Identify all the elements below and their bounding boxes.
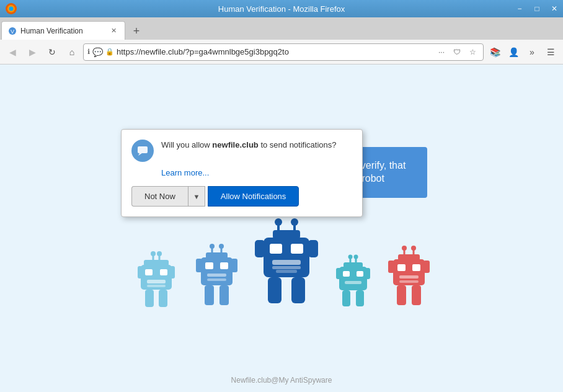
svg-rect-67 [399, 275, 419, 278]
library-icon: 📚 [490, 47, 500, 57]
robot-1 [131, 241, 181, 310]
svg-point-32 [210, 244, 215, 249]
page-content: Will you allow newfile.club to send noti… [0, 65, 563, 392]
firefox-icon [5, 2, 17, 15]
info-icon: ℹ [87, 48, 90, 56]
reload-icon: ↻ [48, 47, 56, 57]
svg-rect-22 [201, 257, 233, 285]
not-now-group: Not Now ▼ [131, 186, 205, 207]
svg-rect-10 [160, 269, 167, 275]
svg-rect-27 [196, 259, 202, 272]
more-options-button[interactable]: ··· [435, 45, 448, 59]
library-button[interactable]: 📚 [486, 43, 503, 61]
svg-rect-29 [205, 285, 214, 305]
back-icon: ◀ [9, 47, 16, 57]
extensions-button[interactable]: » [523, 43, 541, 61]
popup-site-name: newfile.club [212, 140, 258, 149]
notification-icon [131, 140, 154, 162]
svg-rect-23 [205, 262, 213, 269]
permissions-icon: 💬 [92, 47, 103, 57]
sync-button[interactable]: 👤 [505, 43, 522, 61]
menu-icon: ☰ [547, 47, 555, 57]
footer-text: Newfile.club@My AntiSpyware [231, 376, 332, 385]
maximize-button[interactable]: □ [528, 0, 546, 17]
svg-point-76 [411, 246, 416, 251]
popup-message-before: Will you allow [161, 140, 212, 149]
svg-rect-41 [276, 270, 297, 273]
svg-rect-9 [145, 269, 153, 275]
shield-button[interactable]: 🛡 [450, 45, 464, 59]
svg-rect-39 [272, 260, 301, 265]
new-tab-button[interactable]: + [128, 22, 145, 40]
tab-favicon-icon: V [8, 27, 17, 35]
title-bar: Human Verification - Mozilla Firefox − □… [0, 0, 563, 17]
nav-bar: ◀ ▶ ↻ ⌂ ℹ 💬 🔒 ··· 🛡 ☆ 📚 👤 » ☰ [0, 40, 563, 65]
svg-point-34 [219, 244, 224, 249]
robots-row [131, 216, 432, 310]
svg-point-49 [291, 218, 298, 226]
svg-point-47 [275, 218, 282, 226]
svg-marker-6 [138, 153, 142, 156]
forward-button[interactable]: ▶ [24, 43, 41, 61]
svg-rect-42 [255, 240, 265, 257]
svg-rect-52 [343, 271, 350, 277]
svg-rect-14 [170, 266, 175, 278]
svg-rect-72 [412, 285, 421, 305]
reload-button[interactable]: ↻ [43, 43, 61, 61]
active-tab[interactable]: V Human Verification ✕ [1, 21, 125, 40]
popup-header: Will you allow newfile.club to send noti… [131, 140, 352, 162]
tab-label: Human Verification [20, 27, 83, 35]
not-now-button[interactable]: Not Now [131, 186, 188, 207]
notification-popup: Will you allow newfile.club to send noti… [121, 129, 363, 217]
home-icon: ⌂ [69, 47, 74, 57]
close-button[interactable]: ✕ [546, 0, 563, 17]
svg-point-18 [151, 251, 156, 256]
svg-rect-26 [207, 278, 226, 281]
svg-rect-70 [423, 261, 430, 273]
url-actions: ··· 🛡 ☆ [435, 45, 479, 59]
extensions-icon: » [530, 47, 534, 57]
svg-rect-66 [412, 264, 420, 271]
home-button[interactable]: ⌂ [63, 43, 81, 61]
robot-3-center [252, 216, 321, 310]
svg-rect-38 [291, 244, 303, 254]
bookmark-button[interactable]: ☆ [466, 45, 479, 59]
secure-icon: 🔒 [105, 48, 114, 56]
not-now-dropdown-button[interactable]: ▼ [188, 186, 205, 207]
tab-close-button[interactable]: ✕ [109, 26, 118, 36]
forward-icon: ▶ [29, 47, 36, 57]
svg-rect-54 [345, 281, 361, 284]
svg-rect-25 [207, 274, 226, 277]
svg-rect-11 [147, 280, 166, 283]
svg-rect-37 [270, 244, 282, 254]
window-title: Human Verification - Mozilla Firefox [218, 4, 345, 14]
svg-rect-56 [365, 268, 370, 279]
allow-notifications-button[interactable]: Allow Notifications [208, 186, 299, 207]
robot-2 [193, 235, 240, 310]
svg-rect-71 [397, 285, 406, 305]
popup-buttons: Not Now ▼ Allow Notifications [131, 186, 352, 207]
svg-rect-5 [138, 146, 148, 153]
svg-point-2 [9, 7, 14, 11]
popup-message-after: to send notifications? [259, 140, 337, 149]
tab-bar: V Human Verification ✕ + [0, 17, 563, 40]
menu-button[interactable]: ☰ [542, 43, 559, 61]
svg-rect-57 [342, 290, 350, 306]
svg-rect-51 [339, 267, 367, 290]
dropdown-icon: ▼ [193, 193, 200, 200]
url-bar[interactable]: ℹ 💬 🔒 ··· 🛡 ☆ [83, 43, 484, 61]
learn-more-link[interactable]: Learn more... [161, 168, 352, 177]
svg-rect-55 [336, 268, 341, 279]
svg-rect-24 [220, 262, 228, 269]
svg-text:V: V [11, 28, 14, 34]
back-button[interactable]: ◀ [4, 43, 21, 61]
minimize-button[interactable]: − [511, 0, 528, 17]
popup-message: Will you allow newfile.club to send noti… [161, 140, 352, 151]
svg-rect-68 [399, 280, 419, 283]
svg-rect-43 [308, 240, 318, 257]
url-input[interactable] [117, 47, 432, 56]
svg-rect-28 [231, 259, 237, 272]
svg-point-62 [353, 254, 358, 259]
svg-rect-44 [268, 277, 282, 303]
window-controls: − □ ✕ [511, 0, 563, 17]
